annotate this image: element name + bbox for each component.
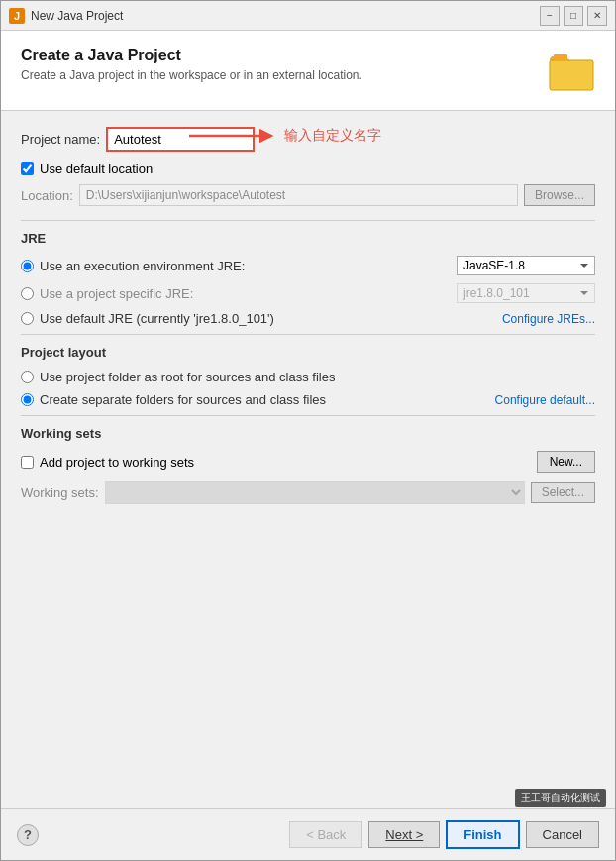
jre-project-specific-dropdown[interactable]: jre1.8.0_101 [457,283,595,303]
jre-exec-env-label[interactable]: Use an execution environment JRE: [40,259,457,273]
location-input[interactable] [79,184,518,206]
layout-root-folder-label[interactable]: Use project folder as root for sources a… [40,370,595,384]
svg-rect-2 [554,54,567,60]
add-working-sets-row: Add project to working sets [21,455,537,470]
working-sets-input-label: Working sets: [21,485,99,500]
browse-button[interactable]: Browse... [524,184,595,206]
configure-jres-link[interactable]: Configure JREs... [502,312,595,326]
jre-project-specific-radio[interactable] [21,287,34,300]
jre-exec-env-radio[interactable] [21,260,34,272]
dialog-subtitle: Create a Java project in the workspace o… [21,68,362,82]
jre-exec-env-dropdown[interactable]: JavaSE-1.8 JavaSE-11 JavaSE-17 [457,256,595,275]
layout-root-folder-row: Use project folder as root for sources a… [21,370,595,384]
working-sets-header-row: Add project to working sets New... [21,451,595,473]
annotation-text: 输入自定义名字 [284,127,381,145]
app-icon: J [9,8,25,24]
dialog-title: Create a Java Project [21,47,362,64]
layout-separate-folders-row: Create separate folders for sources and … [21,392,595,407]
jre-default-radio[interactable] [21,312,34,325]
project-name-row: Project name: 输入自定义名字 [21,127,595,152]
working-sets-title: Working sets [21,426,595,441]
select-working-sets-button[interactable]: Select... [531,482,595,503]
finish-button[interactable]: Finish [446,820,519,849]
project-layout-divider [21,334,595,335]
jre-divider [21,220,595,221]
watermark: 王工哥自动化测试 [515,789,606,807]
jre-option-exec-env-row: Use an execution environment JRE: JavaSE… [21,256,595,275]
jre-option-project-jre-row: Use a project specific JRE: jre1.8.0_101 [21,283,595,303]
jre-option-default-jre-row: Use default JRE (currently 'jre1.8.0_101… [21,311,595,326]
layout-separate-folders-radio[interactable] [21,393,34,406]
next-button[interactable]: Next > [368,821,440,848]
minimize-button[interactable]: − [540,6,560,26]
configure-default-link[interactable]: Configure default... [495,393,595,407]
working-sets-divider [21,415,595,416]
maximize-button[interactable]: □ [564,6,583,26]
jre-project-specific-label[interactable]: Use a project specific JRE: [40,286,457,301]
dialog-window: J New Java Project − □ ✕ Create a Java P… [0,0,616,861]
header-text: Create a Java Project Create a Java proj… [21,47,362,82]
window-title: New Java Project [31,9,540,23]
cancel-button[interactable]: Cancel [526,821,599,848]
add-working-sets-checkbox[interactable] [21,456,34,469]
help-button[interactable]: ? [17,824,39,846]
close-button[interactable]: ✕ [587,6,607,26]
working-sets-input[interactable] [105,481,525,504]
form-area: Project name: 输入自定义名字 [1,111,615,808]
project-layout-title: Project layout [21,345,595,360]
footer-left: ? [17,824,39,846]
use-default-location-checkbox[interactable] [21,162,34,175]
jre-default-label[interactable]: Use default JRE (currently 'jre1.8.0_101… [40,311,502,326]
jre-section-title: JRE [21,231,595,246]
add-working-sets-label[interactable]: Add project to working sets [40,455,194,470]
project-name-input[interactable] [106,127,255,152]
footer-buttons: < Back Next > Finish Cancel [289,820,599,849]
svg-rect-0 [550,60,593,90]
location-label: Location: [21,188,73,203]
title-bar: J New Java Project − □ ✕ [1,1,615,31]
layout-root-folder-radio[interactable] [21,371,34,383]
dialog-footer: ? < Back Next > Finish Cancel [1,808,615,860]
new-working-set-button[interactable]: New... [537,451,595,473]
layout-separate-folders-label[interactable]: Create separate folders for sources and … [40,392,495,407]
folder-icon [548,47,595,94]
dialog-header: Create a Java Project Create a Java proj… [1,31,615,111]
location-row: Location: Browse... [21,184,595,206]
back-button[interactable]: < Back [289,821,362,848]
window-controls: − □ ✕ [540,6,607,26]
use-default-location-row: Use default location [21,161,595,176]
use-default-location-label[interactable]: Use default location [40,161,153,176]
project-name-label: Project name: [21,132,100,147]
working-sets-input-row: Working sets: Select... [21,481,595,504]
